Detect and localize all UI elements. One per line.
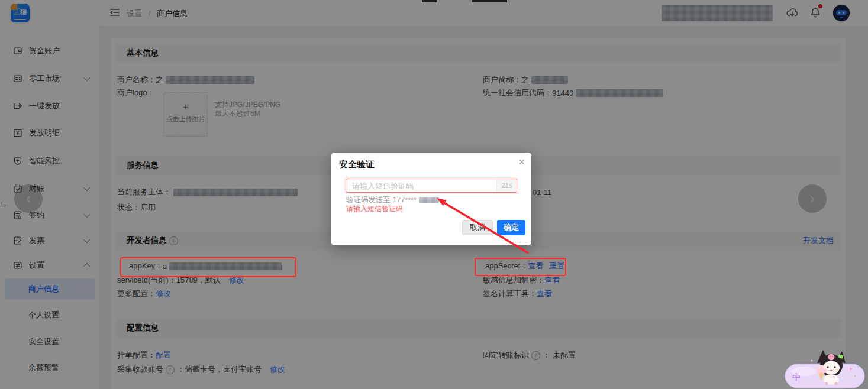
- app-window: 工猫 资金账户 零工市场 一键发放 发放明细 智能风控 对账: [0, 0, 868, 389]
- close-icon[interactable]: ×: [518, 156, 525, 168]
- redacted-phone: [419, 197, 439, 203]
- sent-mask: ****: [405, 196, 416, 205]
- security-verification-modal: 安全验证 × 21s 验证码发送至 177**** 请输入短信验证码 取消 确定: [331, 153, 531, 245]
- mascot-badge-text: 中: [792, 372, 801, 383]
- countdown-timer: 21s: [496, 179, 517, 192]
- appkey-highlight-box: [120, 257, 296, 277]
- sms-code-input[interactable]: [346, 179, 501, 192]
- confirm-button[interactable]: 确定: [497, 220, 525, 235]
- validation-error-text: 请输入短信验证码: [346, 204, 403, 214]
- mascot-sticker[interactable]: 中: [784, 349, 868, 389]
- sms-code-input-wrapper: 21s: [346, 179, 517, 193]
- modal-title: 安全验证: [339, 159, 375, 170]
- appsecret-highlight-box: [475, 258, 566, 276]
- cancel-button[interactable]: 取消: [462, 220, 493, 235]
